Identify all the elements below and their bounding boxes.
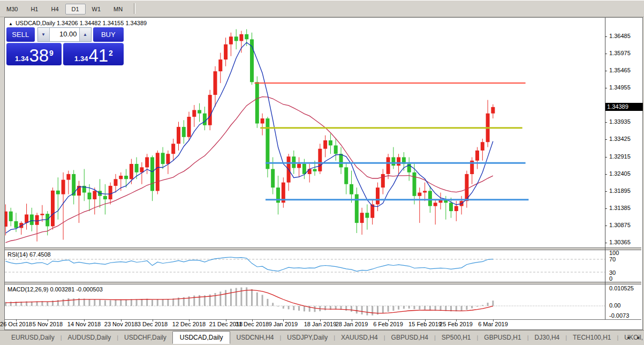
macd-indicator-label: MACD(12,26,9) 0.003281 -0.000503 [7, 286, 103, 292]
axis-tick-mark [605, 122, 607, 123]
candle-body [208, 95, 212, 125]
candle-body [387, 158, 390, 174]
candle-body [88, 193, 92, 200]
volume-increase-icon[interactable]: ▲ [79, 28, 91, 41]
chart-tab-usdcnh-h4[interactable]: USDCNH,H4 [230, 332, 279, 343]
chart-tab-usdchf-daily[interactable]: USDCHF,Daily [118, 332, 172, 343]
price-axis-label: 1.30875 [609, 222, 631, 228]
buy-price-big: 41 [88, 48, 108, 64]
candle-body [166, 154, 170, 164]
chart-tab-usdjpy-daily[interactable]: USDJPY,Daily [281, 332, 334, 343]
candle-body [302, 164, 306, 174]
volume-stepper: ▼ 10.00 ▲ [37, 27, 92, 42]
axis-tick-mark [605, 71, 607, 71]
volume-decrease-icon[interactable]: ▼ [38, 28, 50, 41]
candle-body [318, 149, 322, 171]
candle-body [135, 164, 139, 172]
candle-body [150, 158, 154, 191]
chart-tab-gbpusd-h1[interactable]: GBPUSD,H1 [478, 332, 527, 343]
axis-tick-mark [605, 139, 607, 140]
candle-body [119, 176, 123, 179]
candle-body [198, 110, 201, 113]
candle-body [397, 158, 400, 166]
candle-body [239, 34, 243, 41]
timeframe-button-w1[interactable]: W1 [86, 4, 108, 14]
candle-body [313, 169, 317, 171]
macd-axis-label: 0.010525 [609, 285, 634, 291]
chart-tab-usdcad-daily[interactable]: USDCAD,Daily [172, 331, 231, 344]
candle-body [261, 118, 264, 123]
candle-body [109, 186, 112, 199]
candle-body [418, 193, 421, 196]
timeframe-button-d1[interactable]: D1 [65, 4, 86, 14]
price-axis-label: 1.35465 [609, 67, 631, 73]
axis-tick-mark [605, 36, 607, 37]
sell-price-button[interactable]: 1.34 38 9 [6, 43, 62, 65]
candle-body [413, 172, 416, 196]
timeframe-button-m30[interactable]: M30 [0, 4, 24, 14]
toolbar-separator [134, 3, 135, 14]
timeframe-button-h1[interactable]: H1 [24, 4, 44, 14]
axis-tick-mark [605, 174, 607, 175]
candle-body [334, 146, 338, 154]
candle-body [103, 196, 107, 199]
price-axis-label: 1.32915 [609, 153, 631, 160]
chart-tab-eurusd-daily[interactable]: EURUSD,Daily [5, 332, 60, 343]
candle-body [491, 107, 495, 114]
candle-body [14, 221, 18, 228]
price-axis-label: 1.30365 [609, 239, 631, 245]
candle-body [449, 202, 453, 211]
volume-input[interactable]: 10.00 [50, 28, 79, 41]
candle-body [255, 82, 259, 123]
candle-body [214, 71, 217, 95]
timeframe-button-mn[interactable]: MN [107, 4, 129, 14]
chart-tab-xauusd-h4[interactable]: XAUUSD,H4 [335, 332, 384, 343]
scroll-left-icon[interactable]: ◂ [627, 335, 630, 340]
chart-tab-audusd-daily[interactable]: AUDUSD,Daily [62, 332, 117, 343]
candle-body [140, 167, 143, 172]
chart-tab-sp500-h1[interactable]: SP500,H1 [436, 332, 477, 343]
candle-body [130, 164, 133, 179]
candle-body [350, 184, 353, 194]
candle-body [40, 214, 44, 215]
chart-tab-tech100-h1[interactable]: TECH100,H1 [567, 332, 617, 343]
rsi-panel[interactable] [5, 250, 605, 284]
axis-tick-mark [605, 226, 607, 226]
candle-body [51, 191, 55, 227]
candle-body [182, 127, 186, 137]
buy-button[interactable]: BUY [93, 27, 124, 42]
axis-tick-mark [605, 88, 607, 88]
chart-window: ▲USDCAD,Daily 1.34206 1.34482 1.34155 1.… [4, 17, 643, 330]
candle-body [46, 214, 49, 226]
candle-body [93, 191, 96, 199]
sell-button[interactable]: SELL [6, 27, 35, 42]
candle-body [266, 118, 269, 169]
candle-body [339, 154, 343, 167]
sell-price-big: 38 [29, 48, 49, 64]
chart-title-text: USDCAD,Daily 1.34206 1.34482 1.34155 1.3… [16, 20, 147, 26]
candle-body [428, 191, 432, 206]
date-axis-label: 6 Mar 2019 [469, 321, 517, 327]
chart-tab-dj30-h4[interactable]: DJ30,H4 [529, 332, 566, 343]
axis-tick-mark [605, 191, 607, 192]
chart-tab-gbpusd-h4[interactable]: GBPUSD,H4 [385, 332, 434, 343]
scroll-right-icon[interactable]: ▸ [637, 335, 640, 340]
candle-body [124, 176, 128, 179]
candle-body [355, 194, 359, 223]
tab-scroll-arrows: ◂ ▸ [627, 335, 640, 340]
timeframe-button-h4[interactable]: H4 [44, 4, 65, 14]
candle-body [30, 214, 34, 225]
axis-tick-mark [605, 208, 607, 209]
buy-price-button[interactable]: 1.34 41 2 [63, 43, 124, 65]
rsi-svg[interactable] [5, 250, 605, 282]
candle-body [56, 191, 60, 194]
axis-tick-mark [605, 157, 607, 158]
price-axis-label: 1.33935 [609, 118, 631, 125]
candle-body [481, 142, 484, 151]
collapse-arrow-icon[interactable]: ▲ [9, 21, 13, 26]
candle-body [234, 36, 238, 41]
candle-body [271, 169, 275, 188]
candle-body [77, 186, 81, 196]
price-axis-label: 1.33425 [609, 136, 631, 142]
buy-price-base: 1.34 [74, 55, 88, 63]
